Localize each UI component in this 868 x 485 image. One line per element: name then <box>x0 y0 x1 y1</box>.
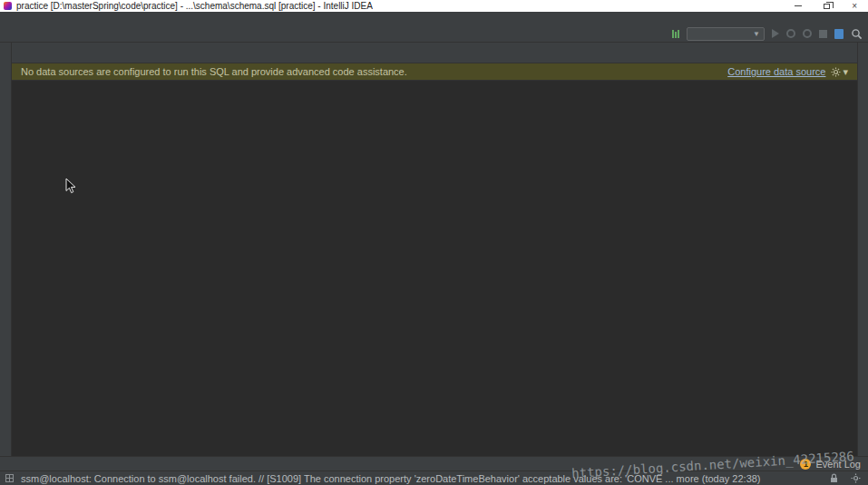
main-area: No data sources are configured to run th… <box>0 43 868 456</box>
ide-settings-icon[interactable] <box>834 29 844 39</box>
code-editor[interactable] <box>12 81 857 456</box>
event-log-badge: 1 <box>800 459 811 470</box>
mouse-cursor <box>65 178 76 198</box>
tool-window-switcher-icon[interactable] <box>5 474 14 482</box>
restore-icon[interactable] <box>824 4 830 9</box>
hector-gear-icon[interactable] <box>851 473 861 483</box>
banner-message: No data sources are configured to run th… <box>21 66 407 77</box>
status-message[interactable]: ssm@localhost: Connection to ssm@localho… <box>21 473 823 484</box>
close-icon[interactable]: × <box>852 2 857 11</box>
run-config-dropdown[interactable]: ▼ <box>687 27 765 41</box>
menu-bar <box>0 12 868 25</box>
minimize-icon[interactable] <box>795 5 802 6</box>
tool-window-bar: 1 Event Log <box>0 456 868 470</box>
changes-icon[interactable] <box>672 30 679 38</box>
editor-column: No data sources are configured to run th… <box>12 43 857 456</box>
run-toolbar: ▼ <box>672 27 863 41</box>
configure-data-source-link[interactable]: Configure data source <box>727 66 825 77</box>
datasource-banner: No data sources are configured to run th… <box>12 63 857 81</box>
banner-gear-icon[interactable]: ▾ <box>831 66 848 78</box>
search-everywhere-icon[interactable] <box>851 28 863 40</box>
coverage-icon[interactable] <box>803 29 812 38</box>
event-log-button[interactable]: 1 Event Log <box>800 459 861 470</box>
status-widgets <box>830 473 863 483</box>
editor-tab-bar <box>12 43 857 63</box>
navigation-toolbar: ▼ <box>0 25 868 43</box>
event-log-label: Event Log <box>815 459 861 470</box>
stop-icon[interactable] <box>819 30 827 38</box>
debug-icon[interactable] <box>786 29 795 38</box>
window-title: practice [D:\masterSpring\code\practice]… <box>16 1 373 11</box>
right-tool-strip <box>857 43 868 456</box>
intellij-window: practice [D:\masterSpring\code\practice]… <box>0 0 868 485</box>
run-icon[interactable] <box>772 29 779 38</box>
status-bar: ssm@localhost: Connection to ssm@localho… <box>0 470 868 485</box>
lock-icon[interactable] <box>830 473 838 483</box>
window-controls: × <box>795 2 864 11</box>
title-bar: practice [D:\masterSpring\code\practice]… <box>0 0 868 12</box>
left-tool-strip <box>0 43 12 456</box>
intellij-logo-icon <box>4 2 12 10</box>
